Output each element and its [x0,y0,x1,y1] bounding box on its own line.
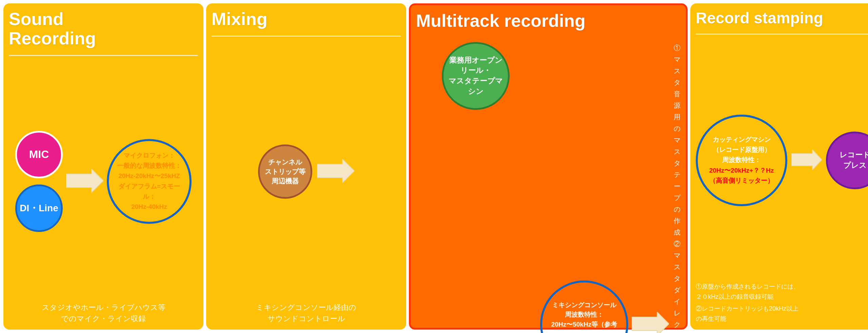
arrow-p4 [791,150,822,171]
arrow-to-mixing [66,169,103,194]
panel3-bottom-text: ①マスタ音源用のマスタテープの作成 ②マスタダイレクトカッティング ③マスタテー… [674,42,680,333]
channel-strip-circle: チャンネル ストリップ等 周辺機器 [258,144,312,199]
cutting-machine-circle: カッティングマシン （レコード原盤用） 周波数特性： 20Hz〜20kHz+？？… [696,115,787,206]
panel1-bottom-text: スタジオやホール・ライブハウス等 でのマイク・ライン収録 [42,302,165,324]
mic-circle: MIC [15,131,63,178]
p1-large-circle: マイクロフォン： 一般的な周波数特性： 20Hz-20kHz〜25kHZ ダイア… [107,139,192,224]
arrow-p3 [632,312,669,333]
open-reel-circle: 業務用オープンリール・ マスタテープマシン [442,42,510,110]
panel4-title: Record stamping [696,9,868,27]
svg-marker-3 [791,150,822,170]
di-circle: DI・Line [15,184,63,232]
multitrack-panel: Multitrack recording 業務用オープンリール・ マスタテープマ… [409,3,688,330]
panel1-title: Sound Recording [9,9,198,48]
panel3-title: Multitrack recording [416,11,680,31]
panel4-bottom-text: ①原盤から作成されるレコードには、 ２０kHz以上の録音収録可能 ②レコードカー… [696,281,868,324]
record-stamping-panel: Record stamping カッティングマシン （レコード原盤用） 周波数特… [690,3,868,330]
panel2-divider [212,36,401,37]
panel1-divider [9,55,198,56]
arrow-p2 [317,159,354,184]
panel4-divider [696,34,868,35]
svg-marker-1 [317,159,354,183]
record-press-circle: レコード プレス [826,132,868,189]
sound-recording-panel: Sound Recording MIC DI・Line マイクロフォ [3,3,203,330]
svg-marker-0 [66,169,103,193]
p3-console-circle: ミキシングコンソール 周波数特性： 20Hz〜50kHz等（参考 値：スタジオ用… [540,280,628,333]
mixing-panel: Mixing チャンネル ストリップ等 周辺機器 ミキシングコンソール経由の サ… [206,3,406,330]
panel2-bottom-text: ミキシングコンソール経由の サウンドコントロール [256,302,356,324]
panel2-title: Mixing [212,9,401,29]
svg-marker-2 [632,312,669,333]
